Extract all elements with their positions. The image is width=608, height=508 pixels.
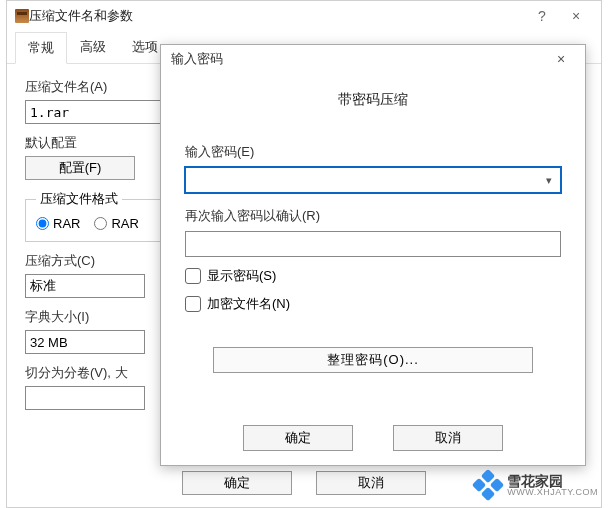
rar-icon (15, 9, 29, 23)
close-button[interactable]: × (559, 1, 593, 31)
modal-close-button[interactable]: × (547, 51, 575, 67)
snowflake-icon (475, 472, 501, 498)
encrypt-names-checkbox[interactable] (185, 296, 201, 312)
show-password-label: 显示密码(S) (207, 267, 276, 285)
password-input[interactable] (186, 168, 538, 192)
radio-rar5[interactable] (94, 217, 107, 230)
tab-general[interactable]: 常规 (15, 32, 67, 64)
modal-heading: 带密码压缩 (161, 73, 585, 115)
tab-advanced[interactable]: 高级 (67, 31, 119, 63)
format-legend: 压缩文件格式 (36, 190, 122, 208)
modal-titlebar[interactable]: 输入密码 × (161, 45, 585, 73)
format-rar5-radio[interactable]: RAR (94, 216, 138, 231)
radio-rar[interactable] (36, 217, 49, 230)
format-rar-radio[interactable]: RAR (36, 216, 80, 231)
parent-cancel-button[interactable]: 取消 (316, 471, 426, 495)
titlebar[interactable]: 压缩文件名和参数 ? × (7, 1, 601, 31)
profiles-button[interactable]: 配置(F) (25, 156, 135, 180)
modal-footer: 确定 取消 (161, 425, 585, 451)
chevron-down-icon[interactable]: ▾ (538, 174, 560, 187)
method-combo[interactable] (25, 274, 145, 298)
password-label: 输入密码(E) (185, 143, 561, 161)
watermark: 雪花家园 WWW.XHJATY.COM (475, 472, 598, 498)
dict-combo[interactable] (25, 330, 145, 354)
help-button[interactable]: ? (525, 1, 559, 31)
encrypt-names-row[interactable]: 加密文件名(N) (185, 295, 561, 313)
watermark-url: WWW.XHJATY.COM (507, 488, 598, 497)
parent-ok-button[interactable]: 确定 (182, 471, 292, 495)
confirm-label: 再次输入密码以确认(R) (185, 207, 561, 225)
encrypt-names-label: 加密文件名(N) (207, 295, 290, 313)
modal-ok-button[interactable]: 确定 (243, 425, 353, 451)
confirm-input[interactable] (185, 231, 561, 257)
organize-passwords-button[interactable]: 整理密码(O)... (213, 347, 533, 373)
modal-body: 输入密码(E) ▾ 再次输入密码以确认(R) 显示密码(S) 加密文件名(N) … (161, 115, 585, 387)
password-dialog: 输入密码 × 带密码压缩 输入密码(E) ▾ 再次输入密码以确认(R) 显示密码… (160, 44, 586, 466)
window-title: 压缩文件名和参数 (29, 7, 525, 25)
modal-title: 输入密码 (171, 50, 547, 68)
modal-cancel-button[interactable]: 取消 (393, 425, 503, 451)
password-combo[interactable]: ▾ (185, 167, 561, 193)
split-combo[interactable] (25, 386, 145, 410)
watermark-name: 雪花家园 (507, 474, 598, 488)
show-password-row[interactable]: 显示密码(S) (185, 267, 561, 285)
show-password-checkbox[interactable] (185, 268, 201, 284)
